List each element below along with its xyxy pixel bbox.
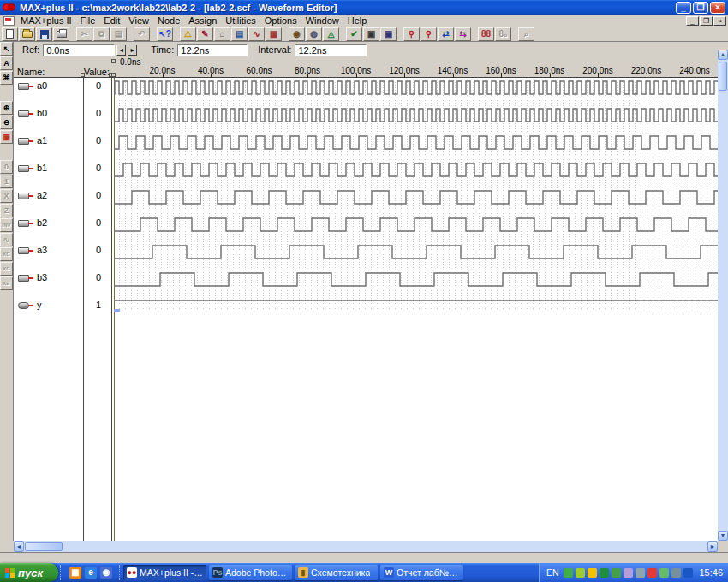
media-player-icon[interactable]: ◉ — [100, 567, 112, 579]
menu-window[interactable]: Window — [301, 15, 343, 26]
show-desktop-icon[interactable]: ▦ — [69, 567, 81, 579]
tray-icon-8[interactable] — [647, 568, 657, 578]
horizontal-scrollbar[interactable]: ◄ ► — [14, 541, 718, 552]
symbol-editor-button[interactable]: ⌂ — [214, 27, 230, 41]
ref-input[interactable]: 0.0ns — [43, 44, 115, 56]
menu-help[interactable]: Help — [343, 15, 372, 26]
tray-icon-2[interactable] — [576, 568, 585, 578]
ref-step-left-button[interactable]: ◄ — [116, 45, 126, 56]
menu-node[interactable]: Node — [153, 15, 184, 26]
context-help-button[interactable]: ↖? — [157, 27, 173, 41]
signal-name-a0[interactable]: a0 — [37, 80, 47, 91]
signal-name-y[interactable]: y — [37, 300, 42, 310]
trace-b0[interactable] — [114, 109, 718, 122]
mdi-close-button[interactable]: × — [713, 16, 726, 26]
task-button-2[interactable]: PsAdobe Photoshop — [209, 565, 292, 580]
ref-step-right-button[interactable]: ► — [128, 45, 137, 56]
menu-edit[interactable]: Edit — [99, 15, 124, 26]
horizontal-scroll-thumb[interactable] — [25, 542, 63, 551]
signal-name-b2[interactable]: b2 — [37, 217, 47, 228]
timing-analyzer-button[interactable]: ◬ — [323, 27, 339, 41]
find-node-button[interactable]: ⚲ — [403, 27, 420, 41]
trace-b1[interactable] — [114, 163, 718, 176]
tray-icon-4[interactable] — [600, 568, 609, 578]
scroll-left-button[interactable]: ◄ — [14, 541, 24, 552]
tray-icon-10[interactable] — [671, 568, 681, 578]
signal-name-a2[interactable]: a2 — [37, 190, 47, 200]
save-simulate-button[interactable]: ▣ — [380, 27, 397, 41]
menu-options[interactable]: Options — [260, 15, 301, 26]
text-editor-button[interactable]: ▤ — [231, 27, 248, 41]
mdi-restore-button[interactable]: ❐ — [700, 16, 713, 26]
vertical-scrollbar[interactable]: ▲ ▼ — [718, 50, 728, 541]
trace-a2[interactable] — [114, 191, 718, 204]
name-column-handle[interactable] — [81, 73, 85, 77]
save-button[interactable] — [36, 27, 52, 41]
restore-button[interactable]: ❐ — [693, 2, 708, 14]
find-next-button[interactable]: ⚲ — [421, 27, 437, 41]
simulator-button[interactable]: ◍ — [306, 27, 322, 41]
value-column-separator[interactable] — [111, 78, 112, 541]
fit-in-window-tool[interactable]: ▣ — [0, 130, 13, 144]
zoom-out-tool[interactable]: ⊖ — [0, 116, 13, 129]
node-down-button[interactable]: ⇆ — [455, 27, 471, 41]
waveform-canvas[interactable]: a00b00a10b10a20b20a30b30y1 — [14, 78, 718, 541]
scroll-up-button[interactable]: ▲ — [718, 50, 728, 60]
signal-name-a1[interactable]: a1 — [37, 135, 47, 146]
language-indicator[interactable]: EN — [546, 567, 559, 578]
close-button[interactable]: × — [710, 2, 725, 14]
open-button[interactable] — [19, 27, 35, 41]
menu-assign[interactable]: Assign — [184, 15, 221, 26]
task-button-1[interactable]: ●●MAX+plus II - c:\max... — [123, 565, 206, 580]
tray-icon-3[interactable] — [588, 568, 597, 578]
menu-utilities[interactable]: Utilities — [221, 15, 260, 26]
graphic-editor-button[interactable]: ✎ — [197, 27, 213, 41]
zoom-in-tool[interactable]: ⊕ — [0, 101, 13, 115]
tray-icon-1[interactable] — [564, 568, 573, 578]
tray-icon-9[interactable] — [659, 568, 669, 578]
trace-a1[interactable] — [114, 136, 718, 149]
tray-icon-11[interactable] — [683, 568, 693, 578]
time-input[interactable]: 12.2ns — [177, 44, 248, 56]
minimize-button[interactable]: _ — [676, 2, 691, 14]
new-button[interactable] — [2, 27, 18, 41]
signal-name-b0[interactable]: b0 — [37, 108, 47, 118]
waveform-edit-tool[interactable]: ⌘ — [0, 71, 13, 85]
task-button-3[interactable]: ▮Схемотехника — [295, 565, 378, 580]
interval-input[interactable]: 12.2ns — [295, 44, 367, 56]
vertical-scroll-thumb[interactable] — [719, 62, 727, 91]
floorplan-editor-button[interactable]: ▦ — [266, 27, 282, 41]
save-check-button[interactable]: ✔ — [346, 27, 362, 41]
text-tool[interactable]: A — [0, 56, 13, 70]
trace-a3[interactable] — [114, 246, 718, 258]
tray-icon-5[interactable] — [612, 568, 621, 578]
selection-tool[interactable]: ↖ — [0, 42, 13, 56]
menu-view[interactable]: View — [124, 15, 153, 26]
tray-icon-7[interactable] — [636, 568, 645, 578]
hierarchy-display-button[interactable]: ⚠ — [180, 27, 196, 41]
task-button-4[interactable]: WОтчет лаб№2.2.doc... — [380, 565, 463, 580]
node-up-button[interactable]: ⇄ — [438, 27, 454, 41]
waveform-editor-button[interactable]: ∿ — [248, 27, 265, 41]
trace-a0[interactable] — [114, 81, 718, 94]
compiler-button[interactable]: ◉ — [289, 27, 305, 41]
signal-name-b3[interactable]: b3 — [37, 272, 47, 282]
group-88-button[interactable]: 88 — [478, 27, 494, 41]
tray-icon-6[interactable] — [624, 568, 633, 578]
internet-explorer-icon[interactable]: e — [85, 567, 97, 579]
document-icon[interactable] — [3, 16, 15, 26]
trace-b3[interactable] — [114, 273, 718, 286]
mdi-minimize-button[interactable]: _ — [686, 16, 699, 26]
print-button[interactable] — [53, 27, 69, 41]
menu-max-plus-ii[interactable]: MAX+plus II — [16, 15, 76, 26]
scroll-right-button[interactable]: ► — [707, 541, 718, 552]
trace-b2[interactable] — [114, 218, 718, 231]
signal-name-b1[interactable]: b1 — [37, 163, 47, 173]
signal-name-a3[interactable]: a3 — [37, 245, 47, 255]
waveform-traces[interactable] — [114, 78, 718, 541]
ref-cursor-handle[interactable] — [111, 59, 116, 63]
ref-cursor-handle-2[interactable] — [111, 73, 116, 77]
scroll-down-button[interactable]: ▼ — [718, 531, 728, 541]
taskbar-clock[interactable]: 15:46 — [699, 567, 723, 578]
save-compile-button[interactable]: ▣ — [363, 27, 379, 41]
